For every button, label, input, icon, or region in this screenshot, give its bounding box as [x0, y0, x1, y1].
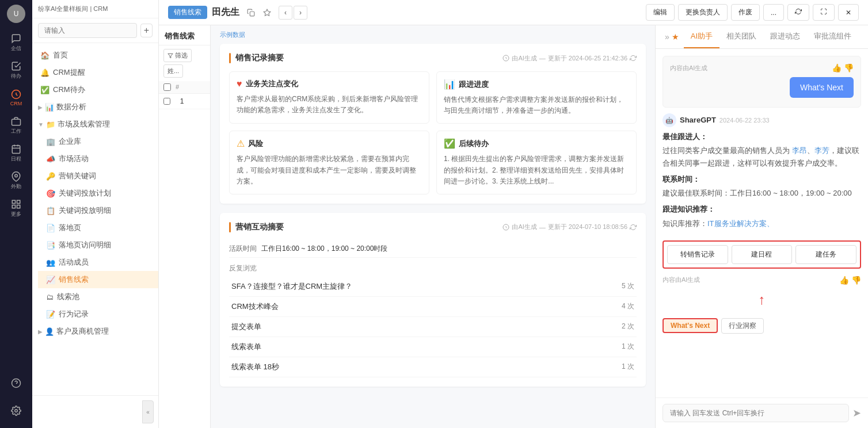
- ai-generated-label: 内容由AI生成: [670, 64, 707, 72]
- pin-icon[interactable]: [260, 6, 274, 20]
- sidebar-item-crm[interactable]: CRM: [3, 85, 29, 110]
- section-header: 销售记录摘要 由AI生成 — 更新于 2024-06-25 21:42:36: [229, 53, 637, 63]
- nav-search-input[interactable]: [38, 23, 137, 38]
- create-schedule-button[interactable]: 建日程: [732, 245, 793, 264]
- tab-follow-up[interactable]: 跟进动态: [763, 25, 807, 48]
- sidebar-item-daiban[interactable]: 待办: [3, 58, 29, 83]
- sort-button[interactable]: 姓...: [163, 64, 183, 78]
- sidebar-item-market[interactable]: ▼ 📁 市场及线索管理: [32, 116, 158, 133]
- sidebar-item-data-analysis[interactable]: ▶ 📊 数据分析: [32, 98, 158, 116]
- thumbs-up-button[interactable]: 👍: [832, 63, 842, 72]
- convert-to-sales-button[interactable]: 转销售记录: [667, 245, 728, 264]
- customer-icon: 👤: [45, 327, 54, 336]
- refresh-button[interactable]: [787, 4, 809, 21]
- tab-approval[interactable]: 审批流组件: [807, 25, 858, 48]
- action-buttons-row: 转销售记录 建日程 建任务: [663, 240, 861, 269]
- sidebar-item-settings[interactable]: [3, 398, 29, 423]
- discard-button[interactable]: 作废: [731, 4, 760, 21]
- close-button[interactable]: ✕: [838, 4, 859, 21]
- sidebar-item-work[interactable]: 工作: [3, 113, 29, 138]
- browse-title-0: SFA？连接型？谁才是CRM主旋律？: [229, 277, 587, 297]
- create-task-button[interactable]: 建任务: [795, 245, 856, 264]
- filter-button[interactable]: 筛选: [163, 49, 192, 62]
- message-section-1: 联系时间： 建议最佳联系时间：工作日16:00 ~ 18:00，19:00 ~ …: [663, 173, 861, 200]
- user-avatar[interactable]: U: [7, 5, 25, 23]
- page-icon: 📄: [46, 224, 55, 232]
- table-row[interactable]: 1: [159, 94, 210, 109]
- folder-icon: 📁: [46, 120, 55, 129]
- sidebar-item-help[interactable]: [3, 370, 29, 396]
- copy-icon[interactable]: [244, 6, 258, 20]
- row-checkbox[interactable]: [163, 98, 170, 105]
- sales-card-1: 📊 跟进进度 销售代博文根据客户需求调整方案并发送新的报价和计划，与田先生商讨细…: [436, 71, 637, 124]
- thumbs-up-button-2[interactable]: 👍: [839, 276, 849, 285]
- link-liang[interactable]: 李昂: [792, 146, 807, 155]
- tab-related-team[interactable]: 相关团队: [719, 25, 763, 48]
- sidebar-item-behavior-record[interactable]: 📝 行为记录: [38, 305, 158, 323]
- thumbs-down-button[interactable]: 👎: [844, 63, 854, 72]
- progress-icon: 📊: [444, 79, 455, 90]
- tab-ai-assistant[interactable]: AI助手: [684, 25, 719, 48]
- browse-title-3: 线索表单: [229, 337, 587, 357]
- person-icon: 👥: [46, 258, 55, 267]
- sidebar-item-landing[interactable]: 📄 落地页: [38, 219, 158, 236]
- keyword-icon: 🔑: [46, 172, 55, 181]
- icon-sidebar: U 企信 待办 CRM 工作 日程 外勤 更多: [0, 0, 32, 428]
- sidebar-item-field[interactable]: 外勤: [3, 168, 29, 193]
- sales-summary-title: 销售记录摘要: [235, 53, 284, 63]
- browse-row-4: 线索表单 18秒 1 次: [229, 357, 637, 377]
- svg-rect-8: [17, 200, 20, 203]
- tag-industry-insight[interactable]: 行业洞察: [721, 318, 764, 334]
- tags-row: What's Next 行业洞察: [663, 318, 861, 334]
- sidebar-item-keyword-detail[interactable]: 📋 关键词投放明细: [38, 202, 158, 219]
- top-icons: [244, 6, 274, 20]
- sidebar-item-landing-detail[interactable]: 📑 落地页访问明细: [38, 236, 158, 254]
- record-title: 田先生: [212, 6, 239, 18]
- ai-message-header: 🤖 ShareGPT 2024-06-22 23:33: [663, 113, 861, 127]
- sales-lead-tag[interactable]: 销售线索: [168, 6, 207, 19]
- sidebar-item-keyword[interactable]: 🔑 营销关键词: [38, 167, 158, 185]
- sidebar-item-crm-reminder[interactable]: 🔔 CRM提醒: [32, 64, 158, 81]
- change-owner-button[interactable]: 更换负责人: [678, 4, 728, 21]
- next-arrow[interactable]: ›: [294, 6, 307, 20]
- sidebar-item-crm-todo[interactable]: ✅ CRM待办: [32, 81, 158, 98]
- whats-next-button[interactable]: What's Next: [790, 77, 854, 98]
- sidebar-item-more[interactable]: 更多: [3, 196, 29, 221]
- prev-arrow[interactable]: ‹: [279, 6, 292, 20]
- svg-rect-1: [12, 119, 21, 125]
- sidebar-item-schedule[interactable]: 日程: [3, 140, 29, 166]
- star-icon[interactable]: ★: [672, 32, 679, 41]
- select-all-checkbox[interactable]: [163, 83, 171, 91]
- ai-send-button[interactable]: ➤: [852, 407, 861, 419]
- nav-add-button[interactable]: +: [140, 24, 153, 37]
- sales-card-text-1: 销售代博文根据客户需求调整方案并发送新的报价和计划，与田先生商讨细节，并准备进一…: [444, 94, 629, 116]
- example-data-tag[interactable]: 示例数据: [220, 31, 245, 38]
- sales-cards-grid: ♥ 业务关注点变化 客户需求从最初的CRM系统采购，到后来新增客户风险管理功能的…: [229, 71, 637, 194]
- sidebar-item-market-activity[interactable]: 📣 市场活动: [38, 150, 158, 167]
- sales-card-0: ♥ 业务关注点变化 客户需求从最初的CRM系统采购，到后来新增客户风险管理功能的…: [229, 71, 429, 124]
- svg-rect-2: [12, 146, 20, 154]
- edit-button[interactable]: 编辑: [646, 4, 675, 21]
- more-button[interactable]: ...: [763, 4, 784, 21]
- thumbs-down-button-2[interactable]: 👎: [851, 276, 861, 285]
- ai-content: 内容由AI生成 👍 👎 What's Next 🤖: [656, 49, 868, 398]
- sidebar-item-qixin[interactable]: 企信: [3, 30, 29, 55]
- expand-icon[interactable]: »: [665, 32, 669, 41]
- sidebar-item-keyword-plan[interactable]: 🎯 关键词投放计划: [38, 185, 158, 202]
- section-meta: 由AI生成 — 更新于 2024-06-25 21:42:36: [502, 54, 637, 63]
- link-lifang[interactable]: 李芳: [814, 146, 829, 155]
- detail-panel: 示例数据 销售记录摘要 由AI生成 — 更新于 2024-06-25 21:42…: [211, 25, 655, 428]
- sidebar-item-enterprise[interactable]: 🏢 企业库: [38, 133, 158, 150]
- heart-icon: ♥: [237, 79, 242, 89]
- sidebar-item-lead-pool[interactable]: 🗂 线索池: [38, 288, 158, 305]
- tag-whats-next[interactable]: What's Next: [663, 318, 718, 333]
- ai-input-field[interactable]: [663, 404, 849, 422]
- sidebar-item-sales-lead[interactable]: 📈 销售线索: [38, 271, 158, 288]
- knowledge-link[interactable]: IT服务业解决方案、: [707, 219, 774, 228]
- sidebar-item-customer[interactable]: ▶ 👤 客户及商机管理: [32, 323, 158, 340]
- maximize-button[interactable]: [813, 4, 835, 21]
- nav-collapse-button[interactable]: «: [142, 400, 154, 423]
- sidebar-item-home[interactable]: 🏠 首页: [32, 47, 158, 64]
- sidebar-item-activity-member[interactable]: 👥 活动成员: [38, 254, 158, 271]
- building-icon: 🏢: [46, 137, 55, 146]
